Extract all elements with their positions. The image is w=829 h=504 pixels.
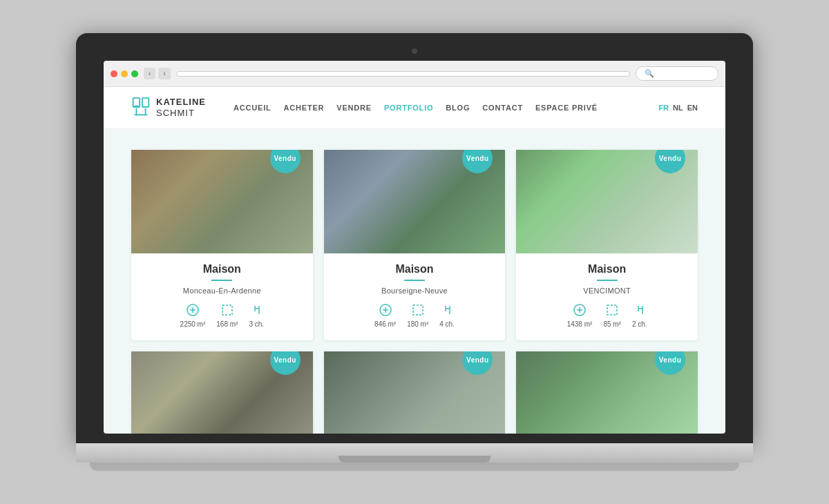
property-stats-2: 846 m² 180 m² [332,303,497,328]
svg-rect-9 [413,305,423,315]
chambres-icon-2 [440,303,454,319]
svg-rect-1 [142,98,149,107]
back-button[interactable]: ‹ [144,68,155,79]
property-type-2: Maison [332,263,497,275]
forward-button[interactable]: › [158,68,170,79]
surface-value-3: 85 m² [603,320,621,328]
nav-acheter[interactable]: ACHETER [284,104,325,112]
logo-text: Kateline Schmit [156,97,206,118]
minimize-dot[interactable] [121,70,128,77]
camera-dot [412,48,417,54]
nav-vendre[interactable]: VENDRE [336,104,372,112]
url-bar[interactable] [176,71,630,77]
logo[interactable]: Kateline Schmit [131,97,206,119]
terrain-icon-1 [186,303,200,319]
stat-chambres-2: 4 ch. [439,303,455,328]
property-divider-2 [404,280,425,281]
logo-icon [131,97,151,119]
surface-value-1: 168 m² [216,320,238,328]
chambres-icon-3 [633,303,647,319]
logo-surname: Schmit [156,108,206,119]
property-info-2: Maison Bourseigne-Neuve 846 m² [324,253,506,340]
maximize-dot[interactable] [131,70,138,77]
property-info-3: Maison VENCIMONT 1438 m² [516,253,698,340]
property-location-1: Monceau-En-Ardenne [140,287,305,295]
lang-en[interactable]: EN [687,104,698,112]
surface-icon-3 [605,303,619,319]
laptop-screen: ‹ › 🔍 [104,61,725,434]
chambres-value-3: 2 ch. [632,320,647,328]
property-stats-1: 2250 m² 168 m² [140,303,305,328]
property-card-4[interactable]: Vendu [131,351,313,434]
surface-value-2: 180 m² [407,320,428,328]
nav-accueil[interactable]: ACCUEIL [234,104,271,112]
property-card-2[interactable]: Vendu Maison Bourseigne-Neuve [324,150,506,340]
laptop-bottom [90,463,739,471]
site-content: Kateline Schmit ACCUEIL ACHETER VENDRE P… [104,87,725,434]
screen-bezel: ‹ › 🔍 [76,33,753,443]
portfolio-section: Vendu Maison Monceau-En-Ardenne [104,129,725,434]
language-switcher: FR NL EN [658,104,698,112]
stat-terrain-3: 1438 m² [567,303,593,328]
property-image-wrap-5: Vendu [324,351,506,434]
property-location-2: Bourseigne-Neuve [332,287,497,295]
svg-rect-5 [222,305,232,315]
property-card-5[interactable]: Vendu [324,351,506,434]
surface-icon-1 [220,303,234,319]
lang-nl[interactable]: NL [673,104,683,112]
property-grid: Vendu Maison Monceau-En-Ardenne [131,150,698,434]
window-controls [111,70,138,77]
svg-rect-13 [607,305,617,315]
property-card-1[interactable]: Vendu Maison Monceau-En-Ardenne [131,150,313,340]
chambres-value-2: 4 ch. [439,320,455,328]
chambres-icon-1 [249,303,263,319]
property-stats-3: 1438 m² 85 m² [524,303,689,328]
nav-blog[interactable]: BLOG [446,104,470,112]
stat-terrain-1: 2250 m² [180,303,206,328]
property-image-wrap-2: Vendu [324,150,506,253]
browser-navigation: ‹ › [144,68,171,79]
terrain-icon-3 [573,303,587,319]
terrain-value-1: 2250 m² [180,320,206,328]
stat-surface-2: 180 m² [407,303,428,328]
property-type-3: Maison [524,263,689,275]
property-image-wrap-3: Vendu [516,150,698,253]
property-card-3[interactable]: Vendu Maison VENCIMONT [516,150,698,340]
stat-surface-3: 85 m² [603,303,621,328]
stat-terrain-2: 846 m² [374,303,396,328]
property-type-1: Maison [140,263,305,275]
terrain-icon-2 [379,303,392,319]
property-card-6[interactable]: Vendu [516,351,698,434]
property-image-wrap-6: Vendu [516,351,698,434]
nav-espace-prive[interactable]: ESPACE PRIVÉ [535,104,598,112]
chambres-value-1: 3 ch. [249,320,264,328]
property-location-3: VENCIMONT [524,287,689,295]
site-header: Kateline Schmit ACCUEIL ACHETER VENDRE P… [104,87,725,129]
property-divider-1 [211,280,232,281]
surface-icon-2 [411,303,425,319]
property-info-1: Maison Monceau-En-Ardenne 2250 m² [131,253,313,340]
property-divider-3 [597,280,618,281]
property-image-wrap-4: Vendu [131,351,313,434]
stat-surface-1: 168 m² [216,303,238,328]
stat-chambres-1: 3 ch. [249,303,264,328]
browser-chrome: ‹ › 🔍 [104,61,725,87]
search-bar[interactable]: 🔍 [636,66,718,81]
close-dot[interactable] [111,70,117,77]
main-nav: ACCUEIL ACHETER VENDRE PORTFOLIO BLOG CO… [234,104,645,112]
property-image-wrap-1: Vendu [131,150,313,253]
laptop-frame: ‹ › 🔍 [76,33,753,471]
terrain-value-2: 846 m² [374,320,396,328]
laptop-base [76,443,753,463]
terrain-value-3: 1438 m² [567,320,593,328]
nav-contact[interactable]: CONTACT [482,104,523,112]
logo-name: Kateline [156,97,206,108]
stat-chambres-3: 2 ch. [632,303,647,328]
nav-portfolio[interactable]: PORTFOLIO [384,104,433,112]
lang-fr[interactable]: FR [658,104,669,112]
